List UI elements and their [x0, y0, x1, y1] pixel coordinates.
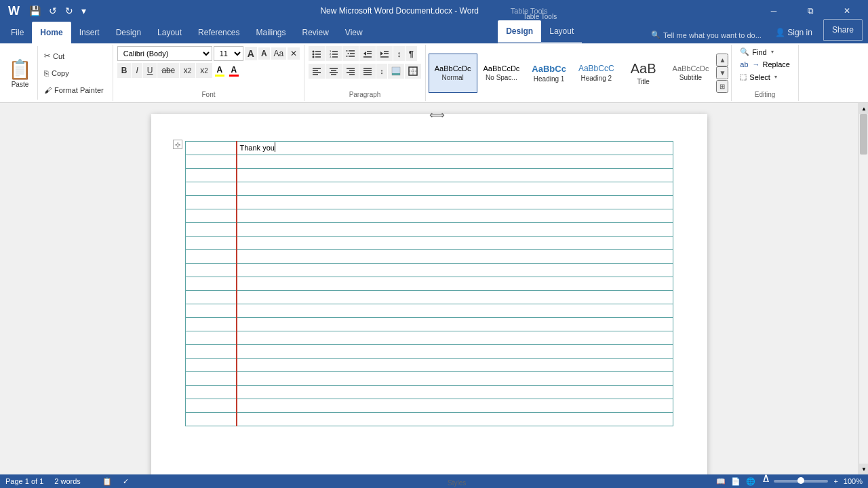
sign-in-button[interactable]: 👤 Sign in — [767, 22, 821, 43]
shading-button[interactable] — [388, 64, 404, 79]
restore-button[interactable]: ⧉ — [795, 0, 826, 22]
table-cell[interactable] — [237, 345, 673, 359]
zoom-thumb[interactable] — [797, 477, 804, 484]
print-layout-button[interactable]: 📄 — [731, 477, 741, 486]
tab-layout[interactable]: Layout — [149, 22, 190, 43]
share-button[interactable]: Share — [823, 19, 863, 41]
sort-button[interactable]: ↕ — [393, 46, 405, 61]
table-cell[interactable] — [186, 142, 237, 155]
read-mode-button[interactable]: 📖 — [716, 477, 726, 486]
table-cell[interactable] — [186, 209, 237, 223]
text-color-button[interactable]: A — [227, 64, 241, 78]
table-cell-content[interactable]: Thank you — [237, 142, 673, 155]
zoom-slider[interactable] — [774, 480, 828, 483]
subscript-button[interactable]: x2 — [180, 63, 196, 78]
strikethrough-button[interactable]: abc — [157, 63, 178, 78]
format-painter-button[interactable]: 🖌 Format Painter — [42, 85, 106, 95]
zoom-in-button[interactable]: + — [833, 477, 837, 485]
style-subtitle[interactable]: AaBbCcDc Subtitle — [667, 54, 715, 93]
increase-indent-button[interactable] — [376, 46, 393, 61]
table-cell[interactable] — [186, 413, 237, 426]
scroll-track[interactable] — [859, 114, 868, 464]
style-heading2[interactable]: AaBbCcC Heading 2 — [572, 54, 620, 93]
check-accessibility[interactable]: 📋 — [102, 477, 112, 486]
tab-review[interactable]: Review — [294, 22, 336, 43]
table-cell[interactable] — [186, 359, 237, 372]
tab-references[interactable]: References — [190, 22, 248, 43]
table-cell[interactable] — [237, 399, 673, 413]
underline-button[interactable]: U — [143, 63, 157, 78]
table-cell[interactable] — [237, 413, 673, 426]
table-cell[interactable] — [237, 196, 673, 209]
styles-more[interactable]: ⊞ — [716, 80, 728, 93]
table-cell[interactable] — [186, 250, 237, 264]
numbering-button[interactable]: 1.2.3. — [326, 46, 342, 61]
customize-quick-access[interactable]: ▾ — [79, 4, 89, 18]
align-center-button[interactable] — [326, 64, 342, 79]
font-size-select[interactable]: 11 — [214, 46, 243, 61]
clear-formatting-button[interactable]: ✕ — [288, 47, 300, 60]
table-cell[interactable] — [237, 237, 673, 250]
scroll-down-button[interactable]: ▼ — [859, 464, 868, 474]
table-cell[interactable] — [186, 386, 237, 399]
table-cell[interactable] — [186, 169, 237, 182]
show-formatting-button[interactable]: ¶ — [406, 46, 417, 61]
tab-table-design[interactable]: Design — [498, 20, 541, 42]
justify-button[interactable] — [359, 64, 376, 79]
replace-button[interactable]: ab → Replace — [736, 59, 794, 70]
align-right-button[interactable] — [342, 64, 359, 79]
styles-scroll-up[interactable]: ▲ — [716, 54, 728, 66]
superscript-button[interactable]: x2 — [196, 63, 212, 78]
table-cell[interactable] — [237, 155, 673, 169]
change-case-button[interactable]: Aa — [271, 47, 287, 60]
find-button[interactable]: 🔍 Find ▾ — [736, 46, 794, 58]
help-search[interactable]: 🔍 Tell me what you want to do... — [646, 26, 767, 43]
table-cell[interactable] — [237, 291, 673, 304]
table-cell[interactable] — [237, 359, 673, 372]
table-cell[interactable] — [186, 399, 237, 413]
align-left-button[interactable] — [309, 64, 325, 79]
tab-design[interactable]: Design — [108, 22, 149, 43]
table-cell[interactable] — [237, 331, 673, 345]
table-cell[interactable] — [186, 372, 237, 386]
font-family-select[interactable]: Calibri (Body) — [117, 46, 212, 61]
table-cell[interactable] — [237, 264, 673, 277]
table-cell[interactable] — [186, 304, 237, 318]
font-grow-button[interactable]: A — [245, 47, 257, 60]
table-cell[interactable] — [186, 155, 237, 169]
text-highlight-button[interactable]: A — [213, 64, 226, 78]
table-cell[interactable] — [237, 372, 673, 386]
table-cell[interactable] — [237, 209, 673, 223]
table-move-handle[interactable]: ⊹ — [173, 140, 182, 149]
tab-file[interactable]: File — [3, 22, 32, 43]
style-normal[interactable]: AaBbCcDc Normal — [429, 54, 477, 93]
copy-button[interactable]: ⎘ Copy — [42, 68, 106, 78]
italic-button[interactable]: I — [132, 63, 142, 78]
table-cell[interactable] — [186, 291, 237, 304]
document-table[interactable]: Thank you — [185, 141, 673, 426]
vertical-scrollbar[interactable]: ▲ ▼ — [859, 103, 868, 474]
line-spacing-button[interactable]: ↕ — [376, 64, 387, 79]
find-dropdown[interactable]: ▾ — [771, 49, 774, 55]
table-cell[interactable] — [237, 169, 673, 182]
paste-button[interactable]: 📋 Paste — [3, 46, 38, 100]
track-changes[interactable]: ✓ — [123, 477, 129, 486]
font-shrink-button[interactable]: A — [258, 47, 270, 60]
select-dropdown[interactable]: ▾ — [774, 74, 777, 80]
table-cell[interactable] — [186, 182, 237, 196]
bold-button[interactable]: B — [117, 63, 132, 78]
table-cell[interactable] — [186, 277, 237, 291]
table-cell[interactable] — [237, 304, 673, 318]
table-cell[interactable] — [186, 223, 237, 237]
table-cell[interactable] — [237, 250, 673, 264]
select-button[interactable]: ⬚ Select ▾ — [736, 71, 794, 83]
doc-scroll-area[interactable]: ⟺ ⊹ Thank you — [0, 103, 859, 474]
column-resize-cursor[interactable]: ⟺ — [429, 108, 445, 121]
style-title[interactable]: AaB Title — [620, 54, 667, 93]
tab-mailings[interactable]: Mailings — [248, 22, 294, 43]
table-cell[interactable] — [186, 345, 237, 359]
decrease-indent-button[interactable] — [359, 46, 376, 61]
tab-home[interactable]: Home — [32, 22, 71, 43]
table-cell[interactable] — [237, 182, 673, 196]
scroll-thumb[interactable] — [860, 114, 867, 155]
